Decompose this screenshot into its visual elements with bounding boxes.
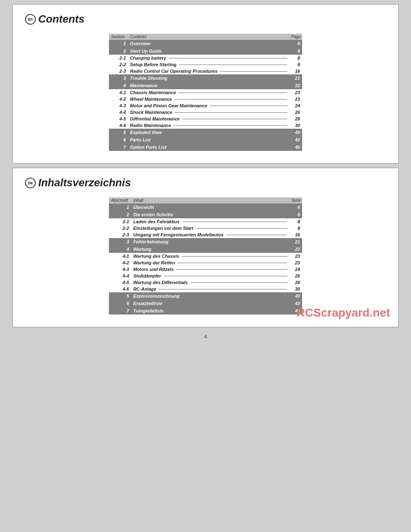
toc-page: 21 <box>289 74 302 82</box>
toc-content-text: Radio Control Car Operating Procedures <box>130 69 217 74</box>
toc-page: 30 <box>289 122 302 129</box>
toc-page: 42 <box>289 136 302 143</box>
toc-page: 21 <box>289 238 302 245</box>
toc-row: 5Exploded View40 <box>109 129 302 136</box>
toc-section: 2-1 <box>109 218 131 225</box>
toc-row: 1Overview6 <box>109 40 302 47</box>
toc-content: Motors und Ritzels <box>131 266 289 273</box>
toc-page: 16 <box>289 231 302 238</box>
toc-content: Charging battery <box>128 55 289 61</box>
toc-content: Trouble Shooting <box>128 74 289 82</box>
toc-section: 2-2 <box>109 225 131 231</box>
english-title: Contents <box>38 13 85 25</box>
toc-content: Wartung der Reifen <box>131 259 289 266</box>
toc-section: 4-2 <box>109 259 131 266</box>
toc-line <box>182 119 287 119</box>
toc-row: 6Ersatzteilliste43 <box>109 300 302 307</box>
toc-content: Diffrential Maintenance <box>128 116 289 122</box>
toc-row: 4-4Stoßdämpfer26 <box>109 273 302 279</box>
toc-content: Wartung <box>131 245 289 253</box>
toc-content: Die ersten Schritte <box>131 211 289 218</box>
german-title: Inhaltsverzeichnis <box>38 176 131 189</box>
toc-section: 4-6 <box>109 122 128 129</box>
toc-page: 23 <box>289 259 302 266</box>
toc-line <box>226 235 287 235</box>
toc-line <box>210 106 287 106</box>
english-lang-badge: En <box>25 14 36 25</box>
toc-section: 3 <box>109 74 128 82</box>
toc-section: 4-3 <box>109 102 128 109</box>
toc-page: 8 <box>289 47 302 55</box>
toc-content: Motor and Pinion Gear Maintenance <box>128 102 289 109</box>
toc-line <box>169 58 287 58</box>
toc-content: Start Up Guide <box>128 47 289 55</box>
toc-line <box>182 256 287 257</box>
toc-content: Exploded View <box>128 129 289 136</box>
toc-row: 2-2Einstellungen vor dem Start8 <box>109 225 302 231</box>
toc-content-text: Wartung der Reifen <box>133 260 175 265</box>
toc-page: 24 <box>289 266 302 273</box>
toc-header-row: Abschnitt Inhalt Seite <box>109 197 302 204</box>
toc-content: Setup Before Starting <box>128 61 289 68</box>
toc-row: 6Parts List42 <box>109 136 302 143</box>
toc-content: Explosionszeichnung <box>131 292 289 300</box>
toc-content: Maintenance <box>128 82 289 89</box>
toc-page: 46 <box>289 143 302 151</box>
toc-section: 2-1 <box>109 55 128 61</box>
toc-line <box>175 112 287 113</box>
toc-section: 5 <box>109 129 128 136</box>
toc-content: Overview <box>128 40 289 47</box>
toc-line <box>174 125 287 126</box>
toc-row: 3Fehlerbehebung21 <box>109 238 302 245</box>
toc-content-text: Charging battery <box>130 56 166 60</box>
german-lang-badge: De <box>25 178 36 188</box>
toc-content-text: Wartung des Differentials <box>133 280 188 285</box>
toc-content: Wheel Maintenance <box>128 96 289 102</box>
toc-line <box>220 71 287 72</box>
toc-content-text: RC-Anlage <box>133 287 156 291</box>
toc-line <box>177 263 287 263</box>
toc-row: 2-3Umgang mit Ferngesteuerten Modellauto… <box>109 231 302 238</box>
toc-content: Chassis Maintenance <box>128 89 289 96</box>
toc-section: 1 <box>109 40 128 47</box>
toc-content-text: Umgang mit Ferngesteuerten Modellautos <box>133 232 224 237</box>
toc-section: 4-1 <box>109 253 131 259</box>
german-toc-table: Abschnitt Inhalt Seite 1Übersicht62Die e… <box>109 197 302 315</box>
toc-page: 26 <box>289 273 302 279</box>
toc-page: 8 <box>289 55 302 61</box>
toc-row: 4-1Wartung des Chassis23 <box>109 253 302 259</box>
toc-row: 4-5Wartung des Differentials28 <box>109 279 302 286</box>
toc-content: Laden des Fahrakkus <box>131 218 289 225</box>
toc-row: 2-1Laden des Fahrakkus8 <box>109 218 302 225</box>
toc-row: 4-5Diffrential Maintenance28 <box>109 116 302 122</box>
toc-line <box>190 282 287 283</box>
english-section: En Contents Section Contents Page 1Overv… <box>12 4 399 164</box>
toc-page: 40 <box>289 129 302 136</box>
toc-row: 2-3Radio Control Car Operating Procedure… <box>109 68 302 74</box>
toc-row: 4-2Wartung der Reifen23 <box>109 259 302 266</box>
german-lang-code: De <box>28 181 33 185</box>
toc-row: 7Tuingteileliste46 <box>109 307 302 315</box>
toc-line <box>182 222 288 222</box>
toc-page: 28 <box>289 116 302 122</box>
toc-content: RC-Anlage <box>131 286 289 292</box>
toc-page: 8 <box>289 218 302 225</box>
toc-page: 6 <box>289 204 302 211</box>
toc-page: 8 <box>289 211 302 218</box>
toc-section: 4-5 <box>109 279 131 286</box>
watermark: RCScrapyard.net <box>297 306 390 319</box>
toc-page: 22 <box>289 245 302 253</box>
toc-content-text: Chassis Maintenance <box>130 90 176 95</box>
german-section: De Inhaltsverzeichnis Abschnitt Inhalt S… <box>12 168 399 327</box>
toc-content: Fehlerbehebung <box>131 238 289 245</box>
toc-section: 4-1 <box>109 89 128 96</box>
toc-section: 7 <box>109 143 128 151</box>
toc-page: 23 <box>289 96 302 102</box>
toc-row: 3Trouble Shooting21 <box>109 74 302 82</box>
toc-section: 1 <box>109 204 131 211</box>
toc-section: 4-2 <box>109 96 128 102</box>
toc-page: 22 <box>289 82 302 89</box>
toc-page: 40 <box>289 292 302 300</box>
toc-row: 4-4Shock Maintenance26 <box>109 109 302 116</box>
toc-content-text: Radio Maintenance <box>130 123 171 128</box>
